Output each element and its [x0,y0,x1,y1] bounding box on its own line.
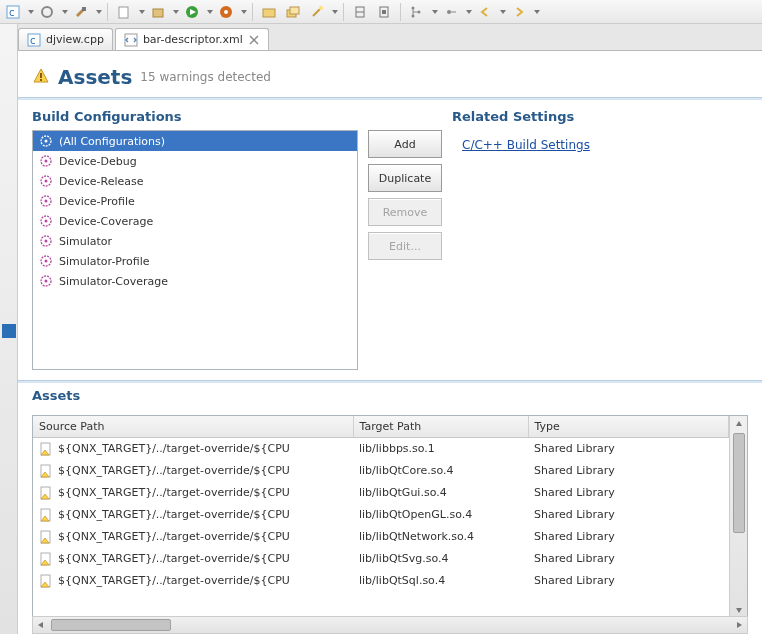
toolbar-folder-icon[interactable] [258,2,280,22]
toolbar-build-icon[interactable] [36,2,58,22]
config-list-item[interactable]: Device-Profile [33,191,357,211]
table-row[interactable]: ${QNX_TARGET}/../target-override/${CPUli… [33,482,729,504]
target-icon [39,174,53,188]
config-list-item[interactable]: Simulator [33,231,357,251]
table-row[interactable]: ${QNX_TARGET}/../target-override/${CPUli… [33,570,729,592]
close-icon[interactable] [248,34,260,46]
assets-table-scroll[interactable]: Source Path Target Path Type ${QNX_TARGE… [33,416,729,618]
toolbar-run-icon[interactable] [181,2,203,22]
duplicate-button[interactable]: Duplicate [368,164,442,192]
svg-rect-28 [40,79,42,81]
chevron-down-icon[interactable] [28,10,34,14]
source-path-cell: ${QNX_TARGET}/../target-override/${CPU [58,486,290,499]
column-header-target[interactable]: Target Path [353,416,528,438]
cpp-build-settings-link[interactable]: C/C++ Build Settings [462,138,590,152]
chevron-down-icon[interactable] [96,10,102,14]
assets-table-container: Source Path Target Path Type ${QNX_TARGE… [32,415,748,619]
add-button[interactable]: Add [368,130,442,158]
table-row[interactable]: ${QNX_TARGET}/../target-override/${CPUli… [33,504,729,526]
target-icon [39,154,53,168]
tab-label: bar-descriptor.xml [143,33,243,46]
svg-text:c: c [9,7,15,18]
main-toolbar: c [0,0,762,24]
toolbar-folders-icon[interactable] [282,2,304,22]
scrollbar-track[interactable] [49,617,731,633]
chevron-down-icon[interactable] [466,10,472,14]
table-row[interactable]: ${QNX_TARGET}/../target-override/${CPUli… [33,438,729,460]
target-path-cell: lib/libQtSvg.so.4 [353,548,528,570]
chevron-down-icon[interactable] [534,10,540,14]
config-list-item[interactable]: Simulator-Coverage [33,271,357,291]
remove-button: Remove [368,198,442,226]
toolbar-debug-run-icon[interactable] [215,2,237,22]
toolbar-nav-leaf-icon[interactable] [440,2,462,22]
build-configurations-list[interactable]: (All Configurations)Device-DebugDevice-R… [32,130,358,370]
svg-point-30 [45,140,48,143]
vertical-scrollbar[interactable] [729,416,747,618]
type-cell: Shared Library [528,570,729,592]
config-list-item[interactable]: Device-Coverage [33,211,357,231]
toolbar-back-icon[interactable] [474,2,496,22]
column-header-type[interactable]: Type [528,416,729,438]
config-list-label: Device-Coverage [59,215,153,228]
target-icon [39,134,53,148]
chevron-down-icon[interactable] [62,10,68,14]
scroll-right-icon[interactable] [731,617,747,633]
source-path-cell: ${QNX_TARGET}/../target-override/${CPU [58,530,290,543]
column-header-source[interactable]: Source Path [33,416,353,438]
scrollbar-thumb[interactable] [733,433,745,533]
chevron-down-icon[interactable] [139,10,145,14]
chevron-down-icon[interactable] [332,10,338,14]
chevron-down-icon[interactable] [500,10,506,14]
scroll-left-icon[interactable] [33,617,49,633]
section-heading-related-settings: Related Settings [452,106,748,130]
type-cell: Shared Library [528,460,729,482]
table-row[interactable]: ${QNX_TARGET}/../target-override/${CPUli… [33,526,729,548]
config-list-item[interactable]: Device-Release [33,171,357,191]
config-list-item[interactable]: Simulator-Profile [33,251,357,271]
tab-bar-descriptor-xml[interactable]: bar-descriptor.xml [115,28,269,50]
config-list-label: Device-Release [59,175,144,188]
toolbar-separator [400,3,401,21]
toolbar-package-icon[interactable] [147,2,169,22]
source-path-cell: ${QNX_TARGET}/../target-override/${CPU [58,574,290,587]
table-row[interactable]: ${QNX_TARGET}/../target-override/${CPUli… [33,548,729,570]
svg-rect-9 [263,9,275,17]
config-list-item[interactable]: (All Configurations) [33,131,357,151]
section-heading-assets: Assets [32,385,748,409]
config-list-item[interactable]: Device-Debug [33,151,357,171]
chevron-down-icon[interactable] [432,10,438,14]
toolbar-toggle-mark-icon[interactable] [373,2,395,22]
chevron-down-icon[interactable] [241,10,247,14]
tab-djview-cpp[interactable]: c djview.cpp [18,28,113,50]
target-icon [39,254,53,268]
toolbar-hammer-icon[interactable] [70,2,92,22]
scroll-up-icon[interactable] [730,416,747,432]
svg-text:c: c [30,35,36,46]
config-list-label: Device-Debug [59,155,137,168]
file-warning-icon [39,442,53,456]
scrollbar-thumb[interactable] [51,619,171,631]
svg-point-22 [447,10,451,14]
toolbar-c-icon[interactable]: c [2,2,24,22]
toolbar-nav-tree-icon[interactable] [406,2,428,22]
toolbar-wand-icon[interactable] [306,2,328,22]
toolbar-separator [252,3,253,21]
toolbar-toggle-block-icon[interactable] [349,2,371,22]
chevron-down-icon[interactable] [207,10,213,14]
gutter-marker[interactable] [2,324,16,338]
horizontal-scrollbar[interactable] [32,616,748,634]
warning-count: 15 warnings detected [140,70,271,84]
section-heading-build-configs: Build Configurations [32,106,442,130]
page-header: Assets 15 warnings detected [18,51,762,97]
chevron-down-icon[interactable] [173,10,179,14]
target-path-cell: lib/libQtSql.so.4 [353,570,528,592]
table-row[interactable]: ${QNX_TARGET}/../target-override/${CPUli… [33,460,729,482]
svg-rect-11 [290,7,299,14]
toolbar-forward-icon[interactable] [508,2,530,22]
toolbar-new-icon[interactable] [113,2,135,22]
xml-file-icon [124,33,138,47]
svg-point-32 [45,160,48,163]
target-path-cell: lib/libQtGui.so.4 [353,482,528,504]
target-icon [39,274,53,288]
